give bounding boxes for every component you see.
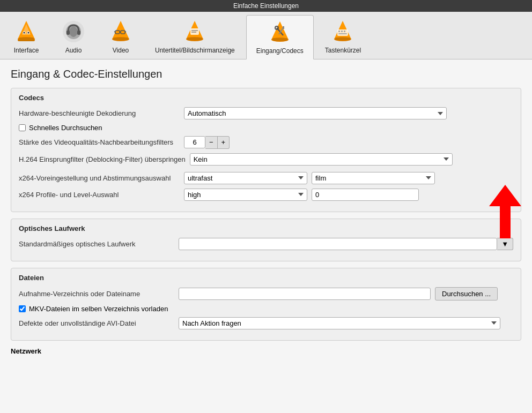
h264-label: H.264 Einsprungfilter (Deblocking-Filter… [19, 155, 186, 163]
svg-rect-42 [341, 31, 343, 32]
x264-preset-select[interactable]: ultrafast superfast veryfast faster fast… [184, 172, 307, 184]
x264-profile-row: x264 Profile- und Level-Auswahl baseline… [19, 189, 513, 201]
svg-rect-27 [190, 28, 199, 35]
video-filter-label: Stärke des Videoqualitäts-Nachbearbeitun… [19, 138, 180, 146]
tab-video-label: Video [113, 47, 129, 54]
tab-interface-label: Interface [14, 47, 39, 54]
fast-seek-label[interactable]: Schnelles Durchsuchen [29, 124, 102, 132]
x264-preset-label: x264-Voreingestellung und Abstimmungsaus… [19, 174, 180, 182]
svg-rect-26 [187, 37, 202, 40]
svg-rect-11 [18, 39, 35, 41]
hardware-select[interactable]: Automatisch Deaktiviert Jede DirectX [184, 107, 447, 119]
svg-marker-30 [271, 21, 289, 40]
video-filter-spinner: − + [184, 136, 230, 149]
video-filter-input[interactable] [184, 136, 205, 148]
tab-input[interactable]: Eingang/Codecs [246, 15, 314, 59]
tab-subtitles[interactable]: Untertitel/Bildschirmanzeige [145, 15, 245, 59]
title-bar-text: Einfache Einstellungen [233, 2, 299, 10]
h264-row: H.264 Einsprungfilter (Deblocking-Filter… [19, 153, 513, 166]
optical-drive-row: Standardmäßiges optisches Laufwerk ▼ [19, 238, 513, 250]
x264-tuning-select[interactable]: film animation grain stillimage psnr ssi… [312, 172, 435, 184]
browse-button[interactable]: Durchsuchen ... [435, 287, 498, 301]
hardware-label: Hardware-beschleunigte Dekodierung [19, 109, 180, 117]
network-label: Netzwerk [11, 347, 521, 355]
spinner-minus-btn[interactable]: − [205, 136, 218, 149]
svg-line-22 [114, 32, 115, 32]
svg-rect-18 [113, 37, 128, 40]
defect-avi-row: Defekte oder unvollständige AVI-Datei Na… [19, 317, 513, 329]
main-content: Eingang & Codec-Einstellungen Codecs Har… [0, 59, 532, 413]
svg-rect-41 [338, 31, 340, 32]
fast-seek-checkbox[interactable] [19, 124, 26, 131]
svg-rect-39 [335, 37, 350, 40]
optical-drive-dropdown-btn[interactable]: ▼ [497, 238, 513, 250]
title-bar: Einfache Einstellungen [0, 0, 532, 12]
svg-rect-15 [77, 31, 80, 35]
tab-hotkeys[interactable]: Tastenkürzel [315, 15, 371, 59]
optical-title: Optisches Laufwerk [19, 224, 513, 232]
svg-rect-32 [272, 38, 287, 41]
defect-avi-label: Defekte oder unvollständige AVI-Datei [19, 319, 174, 327]
input-icon [267, 19, 293, 45]
tab-hotkeys-label: Tastenkürzel [325, 47, 361, 54]
svg-rect-44 [338, 33, 347, 34]
spinner-plus-btn[interactable]: + [218, 136, 230, 149]
tab-input-label: Eingang/Codecs [256, 47, 304, 55]
mkv-label[interactable]: MKV-Dateien im selben Verzeichnis vorlad… [29, 305, 168, 313]
defect-avi-select[interactable]: Nach Aktion fragen Reparieren Ignorieren… [179, 317, 500, 329]
video-filter-row: Stärke des Videoqualitäts-Nachbearbeitun… [19, 136, 513, 149]
files-title: Dateien [19, 274, 513, 282]
fast-seek-row: Schnelles Durchsuchen [19, 124, 513, 132]
optical-section: Optisches Laufwerk Standardmäßiges optis… [11, 219, 521, 261]
tab-audio[interactable]: Audio [50, 15, 97, 59]
x264-profile-label: x264 Profile- und Level-Auswahl [19, 191, 180, 199]
tab-interface[interactable]: Interface [3, 15, 49, 59]
interface-icon [13, 19, 39, 44]
mkv-row: MKV-Dateien im selben Verzeichnis vorlad… [19, 305, 513, 313]
video-icon [108, 19, 134, 44]
codecs-title: Codecs [19, 94, 513, 102]
svg-point-9 [28, 32, 29, 34]
svg-marker-16 [112, 21, 129, 39]
tab-video[interactable]: Video [98, 15, 144, 59]
record-path-row: Aufnahme-Verzeichnis oder Dateiname C:\U… [19, 287, 513, 301]
x264-profile-select[interactable]: baseline main high high10 high422 high44… [184, 189, 307, 201]
tab-audio-label: Audio [65, 47, 82, 54]
subtitles-icon [182, 19, 208, 44]
mkv-checkbox[interactable] [19, 305, 26, 312]
h264-select[interactable]: Kein Alle Standard [190, 153, 453, 166]
svg-line-23 [125, 32, 126, 32]
x264-preset-row: x264-Voreingestellung und Abstimmungsaus… [19, 172, 513, 184]
hotkeys-icon [330, 19, 356, 44]
tab-bar: Interface Audio [0, 12, 532, 59]
svg-rect-36 [283, 26, 284, 29]
tab-subtitles-label: Untertitel/Bildschirmanzeige [155, 47, 235, 54]
files-section: Dateien Aufnahme-Verzeichnis oder Datein… [11, 268, 521, 341]
svg-point-8 [24, 32, 25, 34]
optical-drive-label: Standardmäßiges optisches Laufwerk [19, 240, 174, 248]
record-path-input[interactable]: C:\Users\Anna\Desktop [179, 288, 431, 300]
x264-level-input[interactable] [312, 189, 419, 201]
audio-icon [61, 19, 86, 44]
svg-rect-43 [344, 31, 345, 32]
svg-rect-14 [66, 31, 70, 35]
hardware-row: Hardware-beschleunigte Dekodierung Autom… [19, 107, 513, 119]
optical-drive-input[interactable] [179, 238, 497, 250]
record-path-label: Aufnahme-Verzeichnis oder Dateiname [19, 290, 174, 298]
page-title: Eingang & Codec-Einstellungen [11, 68, 521, 80]
svg-rect-40 [337, 29, 348, 36]
codecs-section: Codecs Hardware-beschleunigte Dekodierun… [11, 88, 521, 212]
